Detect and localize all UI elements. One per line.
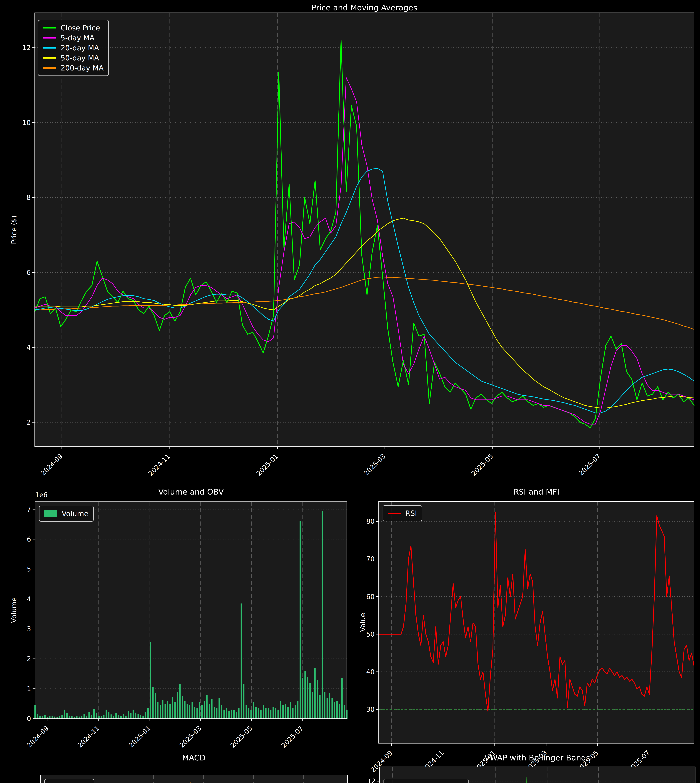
volume-bar xyxy=(125,716,127,719)
volume-bar xyxy=(292,708,293,719)
price-y-tick-label: 12 xyxy=(22,44,31,52)
200-day-ma-swatch xyxy=(43,67,56,68)
volume-bar xyxy=(204,701,205,719)
volume-bar xyxy=(302,678,303,719)
volume-bar xyxy=(150,642,151,719)
volume-bar xyxy=(140,715,142,719)
volume-bar xyxy=(300,521,301,719)
price-x-tick-label: 2025-01 xyxy=(255,452,280,477)
volume-bar xyxy=(324,692,325,719)
rsi-legend: RSI xyxy=(383,505,422,521)
macd-legend: MACDSignal xyxy=(44,779,94,783)
volume-bar xyxy=(223,710,225,719)
price-legend-item: 20-day MA xyxy=(43,43,104,53)
volume-legend: Volume xyxy=(39,506,93,521)
volume-bar xyxy=(322,511,323,719)
volume-bar xyxy=(115,713,117,719)
rsi-plot-area xyxy=(379,501,694,743)
volume-bar xyxy=(78,716,80,719)
volume-bar xyxy=(319,695,320,719)
volume-bar xyxy=(194,707,195,719)
volume-bar xyxy=(147,708,149,719)
price-y-tick-label: 2 xyxy=(27,418,31,426)
volume-bar xyxy=(285,704,286,719)
volume-bar xyxy=(179,684,181,719)
price-x-tick-label: 2025-03 xyxy=(362,452,387,477)
volume-bar xyxy=(137,714,139,719)
volume-bar xyxy=(329,693,330,719)
volume-bar xyxy=(226,708,227,719)
volume-bar xyxy=(341,678,343,719)
20-day-ma-swatch xyxy=(43,47,56,48)
volume-bar xyxy=(238,708,240,719)
price-legend: Close Price5-day MA20-day MA50-day MA200… xyxy=(38,20,109,76)
volume-bar xyxy=(216,708,218,719)
volume-bar xyxy=(307,677,308,719)
rsi-y-tick-label: 30 xyxy=(366,706,375,713)
rsi-y-tick-label: 40 xyxy=(366,668,375,676)
volume-bar xyxy=(290,702,291,719)
volume-bar xyxy=(182,696,183,719)
volume-bar xyxy=(255,707,257,719)
volume-bar xyxy=(297,701,298,719)
volume-bar xyxy=(49,716,51,719)
price-legend-item: Close Price xyxy=(43,23,104,33)
price-y-tick-label: 8 xyxy=(27,194,31,202)
volume-bar xyxy=(81,716,83,719)
volume-bar xyxy=(228,711,230,719)
rsi-y-tick-label: 50 xyxy=(366,630,375,638)
rsi-y-tick-label: 70 xyxy=(366,555,375,563)
volume-bar xyxy=(76,716,78,719)
volume-bar xyxy=(93,709,95,719)
volume-bar xyxy=(59,716,60,719)
volume-bar xyxy=(275,708,277,719)
volume-bar xyxy=(128,711,129,719)
volume-bar xyxy=(243,684,245,719)
charts-canvas: 2024-092024-112025-012025-032025-052025-… xyxy=(0,0,700,783)
volume-bar xyxy=(39,716,41,719)
volume-bar xyxy=(101,716,102,719)
volume-bar xyxy=(88,712,90,719)
volume-bar xyxy=(241,603,242,719)
volume-bar xyxy=(327,698,328,719)
stock-indicator-dashboard: 2024-092024-112025-012025-032025-052025-… xyxy=(0,0,700,783)
price-y-tick-label: 6 xyxy=(27,269,31,277)
volume-x-tick-label: 2025-05 xyxy=(229,724,254,749)
5-day-ma-swatch xyxy=(43,37,56,38)
vwap-legend-item: Close Price xyxy=(389,781,463,783)
volume-bar xyxy=(105,710,107,719)
volume-bar xyxy=(103,715,105,719)
volume-bar xyxy=(253,702,254,719)
volume-bar xyxy=(145,712,146,719)
rsi-swatch xyxy=(388,513,401,514)
volume-bar xyxy=(91,715,92,719)
volume-bar xyxy=(197,708,198,719)
volume-bar xyxy=(172,697,173,719)
volume-bar xyxy=(189,705,190,719)
volume-y-tick-label: 0 xyxy=(27,715,31,723)
macd-chart-title: MACD xyxy=(182,753,206,762)
volume-bar xyxy=(211,699,213,719)
volume-bar xyxy=(248,708,250,719)
volume-x-tick-label: 2025-07 xyxy=(280,724,305,749)
volume-bar xyxy=(184,701,185,719)
volume-bar xyxy=(314,668,316,719)
volume-bar xyxy=(167,701,168,719)
volume-y-tick-label: 1 xyxy=(27,685,31,693)
volume-bar xyxy=(287,707,288,719)
volume-x-tick-label: 2024-09 xyxy=(25,724,50,749)
volume-bar xyxy=(258,708,259,719)
volume-y-axis-label: Volume xyxy=(10,597,18,623)
volume-bar xyxy=(160,705,161,719)
volume-bar xyxy=(155,693,156,719)
volume-bar xyxy=(67,713,68,719)
volume-bar xyxy=(113,716,114,719)
volume-x-tick-label: 2024-11 xyxy=(76,724,101,749)
volume-swatch xyxy=(44,510,57,517)
volume-bar xyxy=(305,671,306,719)
volume-y-tick-label: 2 xyxy=(27,655,31,663)
rsi-chart-title: RSI and MFI xyxy=(513,487,559,496)
volume-bar xyxy=(174,702,176,719)
rsi-y-tick-label: 80 xyxy=(366,518,375,525)
volume-bar xyxy=(170,704,171,719)
